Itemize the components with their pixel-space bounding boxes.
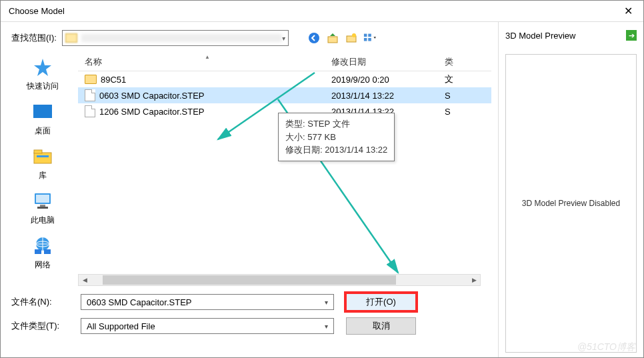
place-quick-access[interactable]: 快速访问: [27, 57, 59, 92]
place-label: 快速访问: [27, 81, 59, 92]
place-label: 此电脑: [31, 215, 55, 226]
new-folder-icon[interactable]: [345, 31, 358, 45]
list-item[interactable]: 89C51 2019/9/20 0:20 文: [78, 71, 491, 87]
back-icon[interactable]: [307, 31, 321, 45]
filetype-label: 文件类型(T):: [7, 320, 81, 332]
file-type: S: [445, 91, 465, 101]
preview-panel: 3D Model Preview ➔ 3D Model Preview Disa…: [498, 22, 643, 357]
lookin-label: 查找范围(I):: [11, 32, 57, 44]
chevron-down-icon: ▾: [282, 35, 285, 42]
place-libraries[interactable]: 库: [31, 146, 55, 181]
choose-model-dialog: Choose Model ✕ 查找范围(I): ▾: [0, 0, 644, 358]
folder-icon: [85, 75, 97, 84]
tooltip-type: 类型: STEP 文件: [285, 117, 387, 131]
file-date: 2019/9/20 0:20: [331, 75, 445, 85]
tooltip-date: 修改日期: 2013/1/14 13:22: [285, 143, 387, 157]
file-name: 0603 SMD Capacitor.STEP: [99, 91, 205, 101]
horizontal-scrollbar[interactable]: ◀ ▶: [78, 274, 481, 286]
scroll-left-icon[interactable]: ◀: [79, 275, 91, 285]
this-pc-icon: [31, 191, 55, 212]
svg-rect-4: [364, 34, 367, 37]
svg-rect-14: [40, 205, 45, 207]
column-type-header[interactable]: 类: [445, 56, 465, 68]
preview-message: 3D Model Preview Disabled: [522, 199, 620, 208]
file-name: 89C51: [101, 75, 126, 85]
preview-body: 3D Model Preview Disabled: [505, 54, 637, 353]
place-label: 桌面: [35, 125, 51, 137]
list-header: ▲ 名称 修改日期 类: [78, 53, 491, 71]
svg-rect-15: [37, 207, 48, 209]
filetype-combo[interactable]: All Supported File ▾: [81, 318, 334, 334]
chevron-down-icon: ▾: [325, 323, 328, 330]
file-icon: [85, 105, 95, 117]
libraries-icon: [31, 146, 55, 167]
watermark: @51CTO博客: [577, 341, 635, 353]
filename-label: 文件名(N):: [7, 296, 81, 308]
folder-icon: [65, 33, 77, 43]
file-date: 2013/1/14 13:22: [331, 91, 445, 101]
preview-title: 3D Model Preview: [505, 31, 576, 41]
filetype-value: All Supported File: [87, 321, 155, 331]
filename-value: 0603 SMD Capacitor.STEP: [87, 297, 192, 307]
svg-rect-19: [44, 249, 51, 254]
view-menu-icon[interactable]: [363, 31, 377, 45]
lookin-path-blurred: [81, 34, 282, 42]
desktop-icon: [31, 101, 55, 123]
file-icon: [85, 89, 95, 101]
network-icon: [31, 235, 55, 257]
place-label: 网络: [35, 259, 51, 271]
svg-rect-9: [34, 153, 51, 163]
place-desktop[interactable]: 桌面: [31, 101, 55, 137]
column-date-header[interactable]: 修改日期: [331, 56, 445, 68]
svg-rect-10: [34, 150, 42, 153]
place-network[interactable]: 网络: [31, 235, 55, 271]
quick-access-icon: [31, 57, 55, 78]
lookin-row: 查找范围(I): ▾: [7, 30, 491, 46]
open-button[interactable]: 打开(O): [346, 293, 416, 311]
list-item[interactable]: 0603 SMD Capacitor.STEP 2013/1/14 13:22 …: [78, 87, 491, 103]
file-list: ▲ 名称 修改日期 类 89C51 2019/9/20 0:20 文 0603 …: [78, 53, 491, 286]
svg-rect-18: [35, 249, 41, 254]
main-area: 查找范围(I): ▾: [1, 22, 498, 357]
file-name: 1206 SMD Capacitor.STEP: [99, 107, 205, 117]
filename-combo[interactable]: 0603 SMD Capacitor.STEP ▾: [81, 294, 334, 310]
sort-indicator-icon: ▲: [205, 54, 210, 60]
scroll-thumb[interactable]: [103, 275, 396, 285]
window-title: Choose Model: [9, 6, 65, 16]
titlebar: Choose Model ✕: [1, 1, 643, 22]
place-label: 库: [39, 170, 47, 181]
file-type: 文: [445, 73, 465, 85]
svg-rect-13: [36, 195, 49, 203]
svg-rect-5: [368, 34, 371, 37]
chevron-down-icon: ▾: [325, 299, 328, 306]
svg-point-0: [309, 33, 319, 43]
up-icon[interactable]: [326, 31, 339, 45]
svg-rect-11: [37, 155, 49, 157]
svg-rect-7: [368, 38, 371, 41]
tooltip-size: 大小: 577 KB: [285, 131, 387, 144]
places-bar: 快速访问 桌面 库: [7, 53, 78, 286]
body-row: 快速访问 桌面 库: [7, 53, 491, 286]
lookin-combo[interactable]: ▾: [62, 30, 289, 46]
column-name-header[interactable]: ▲ 名称: [78, 56, 331, 68]
svg-point-3: [352, 33, 356, 37]
cancel-button[interactable]: 取消: [346, 317, 416, 335]
content-area: 查找范围(I): ▾: [1, 22, 643, 357]
preview-toggle-icon[interactable]: ➔: [626, 30, 637, 41]
svg-rect-6: [364, 38, 367, 41]
svg-rect-1: [328, 37, 337, 43]
place-this-pc[interactable]: 此电脑: [31, 191, 55, 226]
preview-header: 3D Model Preview ➔: [505, 30, 637, 41]
nav-icons: [307, 31, 377, 45]
scroll-right-icon[interactable]: ▶: [468, 275, 480, 285]
bottom-controls: 文件名(N): 0603 SMD Capacitor.STEP ▾ 打开(O) …: [7, 293, 491, 335]
close-button[interactable]: ✕: [613, 1, 643, 22]
file-tooltip: 类型: STEP 文件 大小: 577 KB 修改日期: 2013/1/14 1…: [278, 113, 395, 161]
svg-rect-8: [33, 105, 52, 118]
file-type: S: [445, 107, 465, 117]
